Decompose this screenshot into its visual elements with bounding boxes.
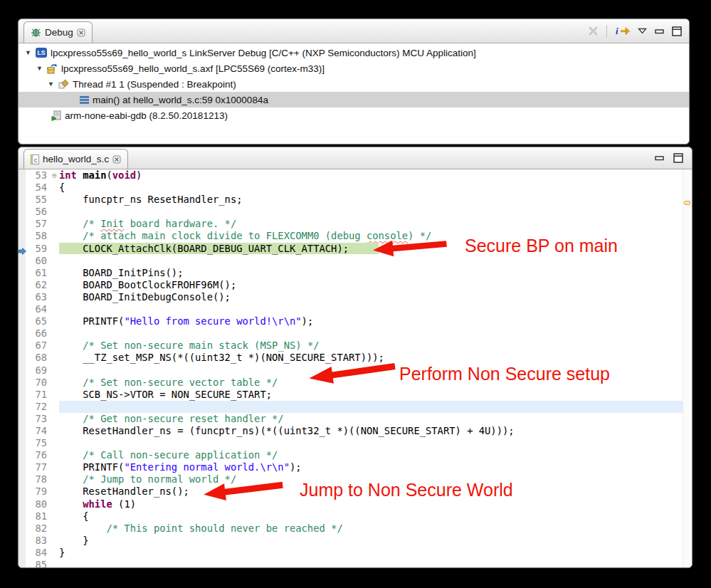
annotation-ruler-cell[interactable] [19,206,26,218]
minimize-icon[interactable] [655,155,664,161]
annotation-ruler-cell[interactable] [19,461,26,473]
code-line[interactable]: 83 } [19,535,692,547]
line-number[interactable]: 74 [26,425,50,437]
annotation-ruler-cell[interactable] [19,169,26,182]
line-number[interactable]: 63 [26,291,50,303]
minimize-icon[interactable] [655,28,664,34]
annotation-ruler-cell[interactable] [19,327,26,340]
code-line[interactable]: 74 ResetHandler_ns = (funcptr_ns)(*((uin… [19,425,692,437]
code-line[interactable]: 57 /* Init board hardware. */ [19,218,692,230]
annotation-ruler-cell[interactable] [19,547,26,559]
tab-close-icon[interactable] [112,155,121,164]
line-number[interactable]: 62 [26,279,50,291]
annotation-ruler-cell[interactable] [19,315,26,327]
annotation-ruler-cell[interactable] [19,267,26,279]
line-number[interactable]: 56 [26,206,50,218]
annotation-ruler-cell[interactable] [19,389,26,401]
annotation-ruler-cell[interactable] [19,401,26,413]
remove-all-terminated-icon[interactable] [588,26,599,36]
expander-icon[interactable]: ▼ [24,49,32,56]
line-number[interactable]: 71 [26,389,50,401]
maximize-icon[interactable] [673,153,683,163]
line-number[interactable]: 67 [26,340,50,352]
annotation-ruler-cell[interactable] [19,449,26,461]
line-number[interactable]: 80 [26,498,50,510]
code-line[interactable]: 71 SCB_NS->VTOR = NON_SECURE_START; [19,389,692,401]
line-number[interactable]: 69 [26,364,50,377]
code-line[interactable]: 85 [19,559,692,567]
code-line[interactable]: 81 { [19,510,692,523]
line-number[interactable]: 75 [26,437,50,449]
line-number[interactable]: 84 [26,547,50,559]
code-line[interactable]: 75 [19,437,692,449]
line-number[interactable]: 82 [26,523,50,535]
view-menu-icon[interactable] [638,28,647,34]
line-number[interactable]: 76 [26,449,50,461]
annotation-ruler-cell[interactable] [19,303,26,315]
annotation-ruler-cell[interactable] [19,352,26,364]
code-line[interactable]: 72 [19,401,692,413]
annotation-ruler-cell[interactable] [19,535,26,547]
annotation-ruler-cell[interactable] [19,230,26,242]
line-number[interactable]: 79 [26,485,50,498]
line-number[interactable]: 77 [26,461,50,473]
code-line[interactable]: 82 /* This point should never be reached… [19,523,692,535]
maximize-icon[interactable] [672,26,682,36]
annotation-ruler-cell[interactable] [19,510,26,523]
tree-row[interactable]: ▼LSlpcxpresso55s69_hello_world_s LinkSer… [19,45,689,61]
annotation-ruler-cell[interactable] [19,425,26,437]
line-number[interactable]: 65 [26,315,50,327]
annotation-ruler-cell[interactable] [19,473,26,485]
line-number[interactable]: 53 [26,169,50,182]
line-number[interactable]: 58 [26,230,50,242]
annotation-ruler-cell[interactable] [19,559,26,567]
annotation-ruler-cell[interactable] [19,437,26,449]
code-line[interactable]: 53⊖int main(void) [19,169,692,182]
tree-row[interactable]: main() at hello_world_s.c:59 0x1000084a [19,92,689,107]
annotation-ruler-cell[interactable] [19,255,26,267]
code-line[interactable]: 73 /* Get non-secure reset handler */ [19,413,692,425]
annotation-ruler-cell[interactable] [19,291,26,303]
annotation-ruler-cell[interactable] [19,413,26,425]
tree-row[interactable]: ▼Thread #1 1 (Suspended : Breakpoint) [19,76,689,92]
annotation-ruler-cell[interactable] [19,194,26,206]
annotation-ruler-cell[interactable] [19,485,26,498]
line-number[interactable]: 68 [26,352,50,364]
annotation-ruler-cell[interactable] [19,340,26,352]
line-number[interactable]: 61 [26,267,50,279]
line-number[interactable]: 72 [26,401,50,413]
code-line[interactable]: 56 [19,206,692,218]
expander-icon[interactable]: ▼ [36,65,43,72]
annotation-ruler-cell[interactable] [19,218,26,230]
annotation-ruler-cell[interactable] [19,364,26,377]
annotation-ruler-cell[interactable] [19,498,26,510]
line-number[interactable]: 83 [26,535,50,547]
restart-i-arrow-icon[interactable]: i [615,26,630,36]
annotation-ruler-cell[interactable] [19,279,26,291]
tab-hello-world-s-c[interactable]: c hello_world_s.c [23,149,128,169]
code-line[interactable]: 61 BOARD_InitPins(); [19,267,692,279]
line-number[interactable]: 78 [26,473,50,485]
code-line[interactable]: 60 [19,255,692,267]
annotation-ruler-cell[interactable] [19,243,26,255]
code-line[interactable]: 63 BOARD_InitDebugConsole(); [19,291,692,303]
line-number[interactable]: 54 [26,182,50,194]
annotation-ruler-cell[interactable] [19,523,26,535]
tree-row[interactable]: ▼lpcxpresso55s69_hello_world_s.axf [LPC5… [19,61,689,76]
code-line[interactable]: 84} [19,547,692,559]
line-number[interactable]: 55 [26,194,50,206]
code-line[interactable]: 67 /* Set non-secure main stack (MSP_NS)… [19,340,692,352]
code-line[interactable]: 77 PRINTF("Entering normal world.\r\n"); [19,461,692,473]
fold-collapse-icon[interactable]: ⊖ [50,169,59,182]
code-line[interactable]: 54{ [19,182,692,194]
code-line[interactable]: 55 funcptr_ns ResetHandler_ns; [19,194,692,206]
line-number[interactable]: 70 [26,377,50,389]
line-number[interactable]: 81 [26,510,50,523]
code-line[interactable]: 65 PRINTF("Hello from secure world!\r\n"… [19,315,692,327]
line-number[interactable]: 60 [26,255,50,267]
code-line[interactable]: 66 [19,327,692,340]
tab-debug[interactable]: Debug [23,21,93,43]
line-number[interactable]: 66 [26,327,50,340]
line-number[interactable]: 57 [26,218,50,230]
line-number[interactable]: 59 [26,243,50,255]
